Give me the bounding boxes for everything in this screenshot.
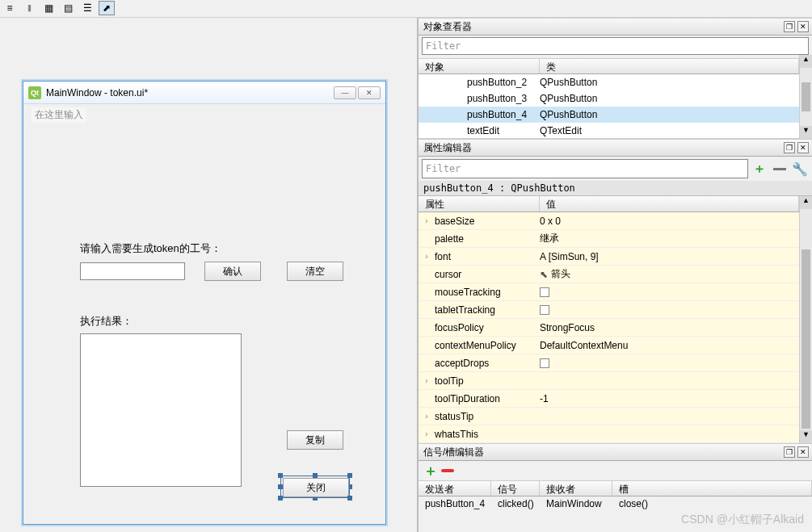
clear-button[interactable]: 清空 [287, 262, 343, 281]
inspector-scrollbar[interactable]: ▲ ▼ [799, 55, 812, 139]
col-signal[interactable]: 信号 [491, 481, 540, 496]
prop-row[interactable]: palette继承 [419, 230, 799, 248]
remove-prop-icon[interactable] [771, 160, 789, 178]
inspector-row[interactable]: pushButton_4QPushButton [419, 107, 799, 123]
prop-row[interactable]: mouseTracking [419, 283, 799, 301]
prop-scrollbar[interactable]: ▲ ▼ [799, 196, 812, 443]
prop-body[interactable]: ›baseSize0 x 0palette继承›fontA [SimSun, 9… [419, 212, 799, 443]
wrench-icon[interactable]: 🔧 [791, 160, 809, 178]
prop-filter-input[interactable]: Filter [422, 159, 748, 178]
copy-button[interactable]: 复制 [287, 430, 343, 450]
prop-row[interactable]: acceptDrops [419, 354, 799, 372]
col-class[interactable]: 类 [540, 59, 799, 73]
grid2-icon[interactable]: ▤ [60, 1, 76, 15]
cursor-arrow-icon: ⬉ [540, 269, 548, 280]
scroll-down-icon[interactable]: ▼ [800, 430, 812, 443]
preview-body: 在这里输入 请输入需要生成token的工号： 确认 清空 执行结果： 复制 关闭 [23, 104, 385, 524]
sig-title: 信号/槽编辑器 [423, 446, 484, 459]
layout-h-icon[interactable]: ≡ [2, 1, 18, 15]
sig-header: 发送者 信号 接收者 槽 [419, 480, 812, 496]
inspector-row[interactable]: textEditQTextEdit [419, 123, 799, 139]
scroll-down-icon[interactable]: ▼ [800, 126, 812, 139]
sig-toolbar: ＋ [419, 461, 812, 480]
window-title: MainWindow - token.ui* [46, 87, 148, 98]
qt-logo-icon: Qt [28, 86, 41, 99]
type-here-label: 在这里输入 [32, 107, 86, 123]
prop-toolbar: Filter ＋ 🔧 [422, 158, 809, 179]
watermark: CSDN @小红帽子Alkaid [681, 513, 804, 527]
prop-title-bar[interactable]: 属性编辑器 ❐✕ [419, 139, 812, 157]
layout-v-icon[interactable]: ⦀ [21, 1, 37, 15]
col-sender[interactable]: 发送者 [419, 481, 491, 496]
employee-id-input[interactable] [80, 262, 185, 280]
col-prop-name[interactable]: 属性 [419, 196, 540, 212]
designer-canvas: Qt MainWindow - token.ui* — ✕ 在这里输入 请输入需… [0, 18, 415, 532]
rows-icon[interactable]: ☰ [79, 1, 95, 15]
dock-icon[interactable]: ❐ [784, 446, 795, 458]
checkbox-icon[interactable] [540, 287, 549, 297]
close-panel-icon[interactable]: ✕ [797, 142, 809, 153]
preview-titlebar[interactable]: Qt MainWindow - token.ui* — ✕ [23, 82, 385, 104]
sig-body[interactable]: pushButton_4clicked()MainWindowclose() [419, 496, 812, 513]
remove-connection-icon[interactable] [441, 469, 454, 472]
prop-row[interactable]: toolTipDuration-1 [419, 390, 799, 408]
prop-row[interactable]: tabletTracking [419, 301, 799, 319]
scroll-up-icon[interactable]: ▲ [800, 196, 812, 209]
input-label: 请输入需要生成token的工号： [80, 241, 221, 256]
inspector-title: 对象查看器 [423, 20, 472, 34]
close-icon[interactable]: ✕ [358, 86, 381, 99]
inspector-filter-input[interactable]: Filter [422, 37, 809, 55]
col-receiver[interactable]: 接收者 [540, 481, 612, 496]
prop-row[interactable]: cursor⬉ 箭头 [419, 266, 799, 283]
prop-row[interactable]: contextMenuPolicyDefaultContextMenu [419, 337, 799, 354]
close-panel-icon[interactable]: ✕ [797, 21, 809, 32]
prop-header: 属性 值 [419, 196, 799, 212]
checkbox-icon[interactable] [540, 305, 549, 315]
pointer-icon[interactable]: ⬈ [99, 1, 115, 15]
result-label: 执行结果： [80, 314, 133, 329]
prop-row[interactable]: focusPolicyStrongFocus [419, 319, 799, 337]
scroll-up-icon[interactable]: ▲ [800, 55, 812, 68]
inspector-body[interactable]: pushButton_2QPushButtonpushButton_3QPush… [419, 74, 799, 139]
prop-row[interactable]: ›fontA [SimSun, 9] [419, 248, 799, 266]
inspector-row[interactable]: pushButton_2QPushButton [419, 74, 799, 90]
add-connection-icon[interactable]: ＋ [423, 461, 438, 480]
col-object[interactable]: 对象 [419, 59, 540, 73]
checkbox-icon[interactable] [540, 358, 549, 368]
result-textarea[interactable] [80, 333, 242, 487]
close-app-button[interactable]: 关闭 [283, 478, 349, 497]
prop-row[interactable]: ›baseSize0 x 0 [419, 212, 799, 230]
grid-icon[interactable]: ▦ [40, 1, 57, 15]
prop-row[interactable]: ›toolTip [419, 372, 799, 390]
prop-row[interactable]: ›statusTip [419, 408, 799, 425]
inspector-header: 对象 类 [419, 58, 799, 74]
dock-icon[interactable]: ❐ [784, 21, 795, 32]
prop-title: 属性编辑器 [423, 141, 472, 155]
inspector-title-bar[interactable]: 对象查看器 ❐✕ [419, 18, 812, 36]
col-slot[interactable]: 槽 [612, 481, 812, 496]
close-panel-icon[interactable]: ✕ [797, 446, 809, 458]
right-pane: 对象查看器 ❐✕ Filter 对象 类 pushButton_2QPushBu… [417, 18, 812, 532]
confirm-button[interactable]: 确认 [204, 262, 261, 281]
minimize-icon[interactable]: — [334, 86, 356, 99]
dock-icon[interactable]: ❐ [784, 142, 795, 153]
sig-title-bar[interactable]: 信号/槽编辑器 ❐✕ [419, 443, 812, 461]
prop-context-label: pushButton_4 : QPushButton [419, 181, 812, 196]
sig-row[interactable]: pushButton_4clicked()MainWindowclose() [419, 496, 812, 513]
prop-row[interactable]: ›whatsThis [419, 425, 799, 443]
col-prop-value[interactable]: 值 [540, 196, 799, 212]
selection-handles[interactable]: 关闭 [280, 475, 350, 498]
preview-window: Qt MainWindow - token.ui* — ✕ 在这里输入 请输入需… [23, 81, 386, 525]
main-toolbar: ≡ ⦀ ▦ ▤ ☰ ⬈ [0, 0, 812, 18]
add-prop-icon[interactable]: ＋ [751, 160, 768, 178]
inspector-row[interactable]: pushButton_3QPushButton [419, 90, 799, 107]
